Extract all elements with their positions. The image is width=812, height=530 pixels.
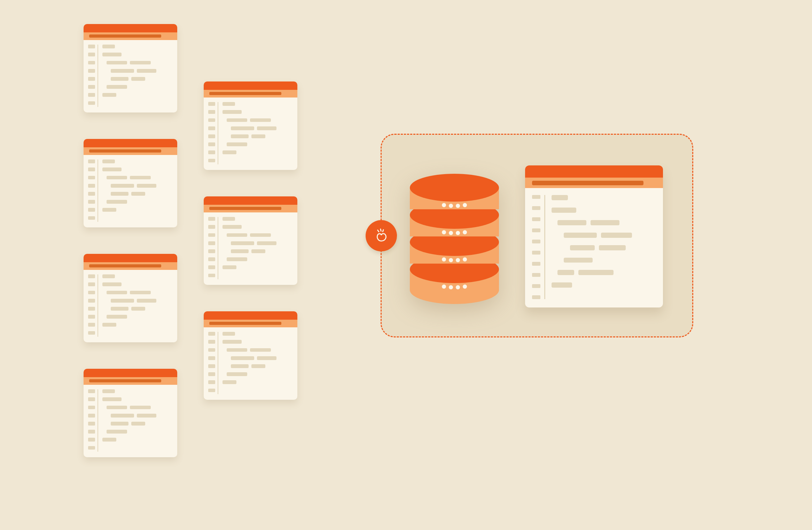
svg-point-16 <box>449 231 453 235</box>
svg-point-11 <box>456 258 460 262</box>
code-window-icon <box>204 196 297 285</box>
svg-point-24 <box>410 174 499 202</box>
svg-point-18 <box>463 230 467 234</box>
code-window-icon <box>84 369 177 457</box>
svg-point-23 <box>463 203 467 207</box>
svg-point-3 <box>442 285 446 289</box>
svg-line-26 <box>377 230 378 232</box>
svg-point-15 <box>442 230 446 234</box>
code-window-icon <box>204 311 297 400</box>
svg-point-10 <box>449 258 453 262</box>
diagram-canvas <box>0 0 812 530</box>
svg-point-6 <box>463 285 467 289</box>
svg-point-9 <box>442 257 446 262</box>
code-window-icon <box>84 24 177 112</box>
svg-point-21 <box>449 204 453 208</box>
database-stack-icon <box>406 165 503 307</box>
svg-point-20 <box>442 203 446 207</box>
svg-point-17 <box>456 231 460 235</box>
code-window-icon <box>525 165 663 307</box>
claude-icon <box>366 220 397 251</box>
svg-point-5 <box>456 285 460 289</box>
svg-point-4 <box>449 285 453 289</box>
code-window-icon <box>84 139 177 227</box>
svg-line-25 <box>381 229 381 231</box>
svg-line-27 <box>383 230 383 232</box>
svg-point-12 <box>463 257 467 262</box>
code-window-icon <box>84 254 177 342</box>
svg-point-22 <box>456 204 460 208</box>
code-window-icon <box>204 81 297 170</box>
